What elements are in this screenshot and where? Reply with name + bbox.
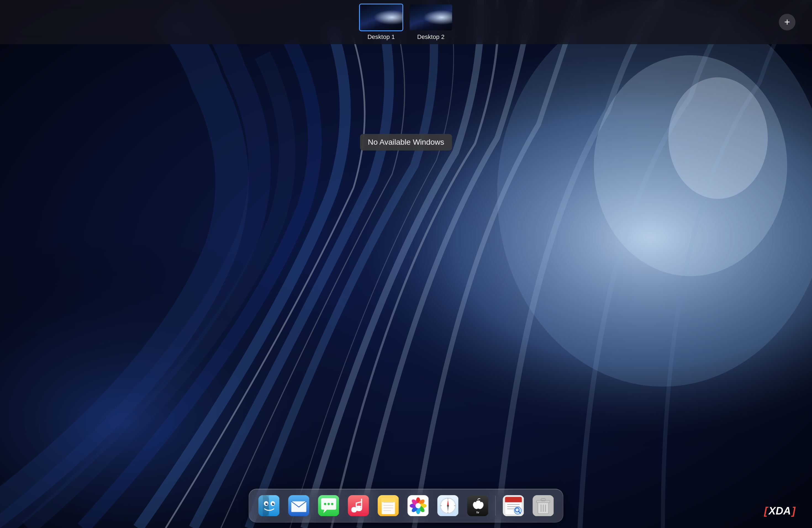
dock-icon-appletv[interactable]: tv	[465, 493, 491, 519]
svg-point-21	[324, 503, 326, 505]
desktop-thumbnail-2[interactable]: Desktop 2	[409, 4, 453, 41]
svg-point-22	[327, 503, 330, 505]
dock-icon-messages[interactable]	[315, 493, 342, 519]
no-windows-text: No Available Windows	[368, 138, 445, 146]
svg-point-25	[357, 507, 361, 511]
plus-icon: +	[784, 16, 790, 28]
svg-point-6	[668, 77, 768, 199]
dock: tv	[249, 489, 563, 523]
desktop-thumbnail-image-2	[409, 4, 453, 31]
dock-icon-safari[interactable]	[435, 493, 461, 519]
add-desktop-button[interactable]: +	[779, 14, 795, 30]
dock-icon-filemerge[interactable]	[500, 493, 527, 519]
desktop-2-label: Desktop 2	[417, 33, 445, 41]
svg-text:tv: tv	[476, 510, 479, 514]
svg-point-26	[352, 507, 356, 512]
wallpaper	[0, 0, 812, 528]
svg-rect-33	[381, 498, 395, 502]
dock-icon-trash[interactable]	[530, 493, 556, 519]
svg-point-15	[273, 503, 274, 504]
dock-icon-notes[interactable]	[375, 493, 402, 519]
dock-icon-mail[interactable]	[286, 493, 312, 519]
no-available-windows-tooltip: No Available Windows	[360, 134, 452, 150]
dock-icon-finder[interactable]	[256, 493, 282, 519]
dock-icon-photos[interactable]	[405, 493, 431, 519]
mission-control-bar: Desktop 1 Desktop 2 +	[0, 0, 812, 44]
desktop-1-label: Desktop 1	[367, 33, 395, 41]
xda-close-bracket: ]	[792, 505, 795, 517]
svg-point-23	[331, 503, 333, 505]
xda-watermark: [ XDA ]	[764, 505, 795, 517]
dock-separator	[495, 496, 496, 516]
svg-point-43	[416, 503, 421, 508]
desktop-thumbnail-image-1	[359, 4, 403, 31]
dock-icon-music[interactable]	[345, 493, 372, 519]
svg-point-53	[447, 505, 449, 507]
svg-point-14	[266, 503, 267, 504]
desktop-thumbnail-1[interactable]: Desktop 1	[359, 4, 403, 41]
svg-rect-59	[505, 500, 522, 502]
dock-container: tv	[249, 489, 563, 523]
desktops-container: Desktop 1 Desktop 2	[348, 0, 464, 46]
xda-logo-text: XDA	[769, 505, 791, 517]
xda-open-bracket: [	[764, 505, 768, 517]
